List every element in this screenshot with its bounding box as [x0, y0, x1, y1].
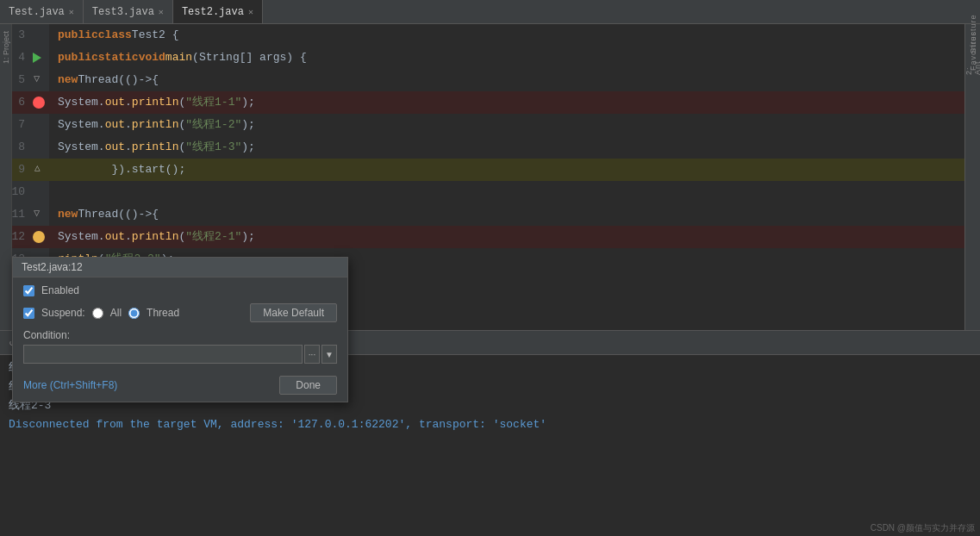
- tab-close-icon[interactable]: ✕: [248, 7, 253, 17]
- tab-close-icon[interactable]: ✕: [159, 7, 164, 17]
- marker-9: △: [30, 159, 49, 181]
- condition-input-row: ··· ▼: [23, 345, 337, 364]
- left-side-panel: 1: Project: [0, 24, 12, 330]
- all-label: All: [110, 307, 122, 319]
- tab-label: Test2.java: [182, 6, 244, 18]
- suspend-all-radio[interactable]: [92, 308, 103, 319]
- marker-7: [30, 114, 49, 136]
- marker-4: [30, 47, 49, 69]
- enabled-checkbox[interactable]: [23, 285, 34, 296]
- dialog-title: Test2.java:12: [13, 258, 347, 277]
- code-line-3: 3 public class Test2 {: [0, 24, 964, 47]
- enabled-row: Enabled: [23, 284, 337, 296]
- tab-test-java[interactable]: Test.java ✕: [0, 0, 84, 23]
- code-line-4: 4 public static void main(String[] args)…: [0, 47, 964, 69]
- marker-12: [30, 226, 49, 248]
- left-panel-label[interactable]: 1: Project: [2, 31, 10, 64]
- code-line-12: 12 System.out.println("线程2-1");: [0, 226, 964, 248]
- more-link[interactable]: More (Ctrl+Shift+F8): [23, 379, 117, 391]
- marker-8: [30, 136, 49, 159]
- dialog-body: Enabled Suspend: All Thread Make Default…: [13, 277, 347, 371]
- condition-dropdown-button[interactable]: ▼: [321, 345, 337, 364]
- marker-6: [30, 91, 49, 114]
- ant-icon[interactable]: 2: Ant: [967, 62, 979, 74]
- favorites-icon[interactable]: Favorites: [967, 45, 979, 57]
- marker-5: ▽: [30, 69, 49, 91]
- tab-test2-java[interactable]: Test2.java ✕: [173, 0, 263, 23]
- dialog-footer: More (Ctrl+Shift+F8) Done: [13, 371, 347, 402]
- suspend-label: Suspend:: [41, 307, 85, 319]
- enabled-label: Enabled: [41, 284, 79, 296]
- marker-3: [30, 24, 49, 47]
- marker-11: ▽: [30, 203, 49, 226]
- tab-label: Test.java: [9, 6, 65, 18]
- code-line-8: 8 System.out.println("线程1-3");: [0, 136, 964, 159]
- code-line-5: 5 ▽ new Thread(()->{: [0, 69, 964, 91]
- right-panel: Structure Favorites 2: Ant: [964, 24, 980, 330]
- code-line-7: 7 System.out.println("线程1-2");: [0, 114, 964, 136]
- condition-label: Condition:: [23, 329, 337, 341]
- suspend-checkbox[interactable]: [23, 308, 34, 319]
- tab-bar: Test.java ✕ Test3.java ✕ Test2.java ✕: [0, 0, 980, 24]
- thread-label: Thread: [147, 307, 179, 319]
- condition-input[interactable]: [23, 345, 303, 364]
- marker-10: [30, 181, 49, 203]
- suspend-thread-radio[interactable]: [128, 308, 140, 319]
- suspend-row: Suspend: All Thread Make Default: [23, 303, 337, 322]
- code-line-11: 11 ▽ new Thread(()->{: [0, 203, 964, 226]
- code-line-6: 6 System.out.println("线程1-1");: [0, 91, 964, 114]
- make-default-button[interactable]: Make Default: [250, 303, 337, 322]
- condition-dots-button[interactable]: ···: [304, 345, 320, 364]
- watermark: CSDN @颜值与实力并存源: [871, 522, 975, 534]
- condition-section: Condition: ··· ▼: [23, 329, 337, 364]
- code-line-10: 10: [0, 181, 964, 203]
- console-line-4: Disconnected from the target VM, address…: [9, 415, 971, 434]
- tab-close-icon[interactable]: ✕: [69, 7, 74, 17]
- tab-label: Test3.java: [92, 6, 154, 18]
- code-line-9: 9 △ }).start();: [0, 159, 964, 181]
- breakpoint-dialog: Test2.java:12 Enabled Suspend: All Threa…: [12, 257, 348, 402]
- done-button[interactable]: Done: [279, 376, 337, 395]
- tab-test3-java[interactable]: Test3.java ✕: [84, 0, 173, 23]
